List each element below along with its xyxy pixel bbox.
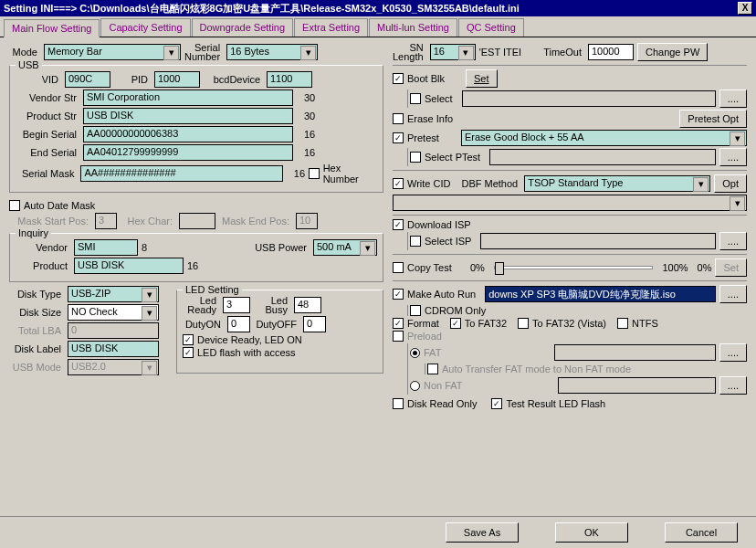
device-ready-check[interactable] [183,334,194,345]
copy-0pct: 0% [470,262,485,273]
tab-qc[interactable]: QC Setting [458,18,524,37]
disk-read-only-check[interactable] [393,398,404,409]
tab-main-flow[interactable]: Main Flow Setting [4,19,100,37]
bcd-label: bcdDevice [204,74,263,85]
inq-vendor-len: 8 [142,242,147,253]
mask-start-label: Mask Start Pos: [9,216,91,227]
preload-label: Preload [407,331,442,342]
to-fat32-check[interactable] [450,318,461,329]
tab-multi-lun[interactable]: Multi-lun Setting [369,18,457,37]
timeout-input[interactable]: 10000 [588,44,634,60]
inq-vendor-label: Vendor [16,242,70,253]
product-str-label: Product Str [16,111,79,121]
dbf-extra-select[interactable] [393,195,747,211]
vendor-str-input[interactable]: SMI Corporation [83,90,293,106]
cancel-button[interactable]: Cancel [665,522,738,543]
copy-test-slider[interactable] [494,266,654,269]
tab-downgrade[interactable]: Downgrade Setting [192,18,294,37]
sn-length-select[interactable]: 16 [430,44,476,60]
tab-capacity[interactable]: Capacity Setting [100,18,190,37]
to-fat32-vista-check[interactable] [518,318,529,329]
inquiry-group: Inquiry VendorSMI8USB Power500 mA Produc… [9,233,383,282]
inq-vendor-input[interactable]: SMI [74,239,138,256]
tab-extra[interactable]: Extra Setting [294,18,368,37]
make-auto-run-check[interactable] [393,289,404,300]
auto-date-mask-check[interactable] [9,200,20,211]
fat-label: FAT [424,347,441,358]
fat-radio [410,348,420,358]
mode-label: Mode [9,47,40,58]
dbf-method-label: DBF Method [461,178,520,189]
bcd-input[interactable]: 1100 [267,71,312,88]
disk-size-label: Disk Size [9,307,64,318]
test-itei-label: 'EST ITEI [479,47,522,58]
boot-blk-check[interactable] [393,73,404,84]
vendor-str-len: 30 [304,92,315,103]
preload-check[interactable] [393,331,404,342]
format-check[interactable] [393,318,404,329]
select-bootblk-check[interactable] [410,93,421,104]
nonfat-label: Non FAT [424,380,463,391]
led-ready-label: Led Ready [183,296,219,314]
dbf-method-select[interactable]: TSOP Standard Type [524,175,710,192]
pretest-check[interactable] [393,132,404,143]
product-str-input[interactable]: USB DISK [83,108,293,124]
serial-mask-input[interactable]: AA############## [80,165,282,182]
vid-input[interactable]: 090C [65,71,110,88]
copy-test-label: Copy Test [407,262,467,273]
dutyon-input[interactable]: 0 [227,316,250,332]
cdrom-only-check[interactable] [410,305,421,316]
device-ready-label: Device Ready, LED ON [197,334,302,345]
auto-date-mask-label: Auto Date Mask [24,200,95,211]
led-ready-input[interactable]: 3 [223,297,250,313]
browse-isp-button[interactable]: .... [719,232,747,250]
select-bootblk-label: Select [425,93,453,104]
browse-nonfat-button: .... [719,376,747,395]
serial-number-select[interactable]: 16 Bytes [226,44,318,60]
ntfs-check[interactable] [617,318,628,329]
browse-ptest-button[interactable]: .... [719,148,747,166]
usb-power-select[interactable]: 500 mA [313,239,377,256]
disk-label-label: Disk Label [9,343,64,354]
select-ptest-check[interactable] [410,152,421,163]
set-button[interactable]: Set [466,69,498,88]
download-isp-check[interactable] [393,219,404,230]
save-as-button[interactable]: Save As [446,522,519,543]
test-result-led-check[interactable] [491,398,502,409]
select-isp-check[interactable] [410,236,421,247]
dialog-footer: Save As OK Cancel [0,516,756,548]
disk-size-select[interactable]: NO Check [68,304,159,321]
window-title: Setting INI===> C:\Downloads\台电酷闪炫彩8G加密U… [4,2,520,16]
change-pw-button[interactable]: Change PW [637,43,708,61]
disk-type-select[interactable]: USB-ZIP [68,286,159,302]
copy-test-check[interactable] [393,262,404,273]
close-icon[interactable]: X [738,2,752,15]
disk-label-input[interactable]: USB DISK [68,341,159,357]
mode-select[interactable]: Memory Bar [44,44,181,60]
led-flash-check[interactable] [183,347,194,358]
ok-button[interactable]: OK [555,522,628,543]
inq-product-input[interactable]: USB DISK [74,258,184,274]
pid-input[interactable]: 1000 [154,71,200,88]
inquiry-legend: Inquiry [16,227,51,238]
dbf-opt-button[interactable]: Opt [714,174,747,193]
copy-set-button[interactable]: Set [715,258,747,277]
disk-read-only-label: Disk Read Only [407,398,477,409]
dutyoff-input[interactable]: 0 [303,316,326,332]
select-ptest-path [489,149,716,165]
led-busy-input[interactable]: 48 [294,297,321,313]
begin-serial-input[interactable]: AA00000000006383 [83,126,293,142]
hex-number-check[interactable] [309,168,320,179]
write-cid-check[interactable] [393,178,404,189]
browse-autorun-button[interactable]: .... [719,285,747,303]
browse-fat-button: .... [719,343,747,362]
autorun-path-input[interactable]: downs XP SP3 电脑城DVD纯净克隆版.iso [485,286,716,302]
end-serial-input[interactable]: AA04012799999999 [83,144,293,161]
pretest-opt-button[interactable]: Pretest Opt [679,110,747,128]
erase-info-check[interactable] [393,113,404,124]
led-legend: LED Setting [183,284,242,295]
browse-bootblk-button[interactable]: .... [719,90,747,108]
usb-legend: USB [16,59,42,70]
disk-type-label: Disk Type [9,289,64,300]
pretest-select[interactable]: Erase Good Block + 55 AA [461,130,747,146]
